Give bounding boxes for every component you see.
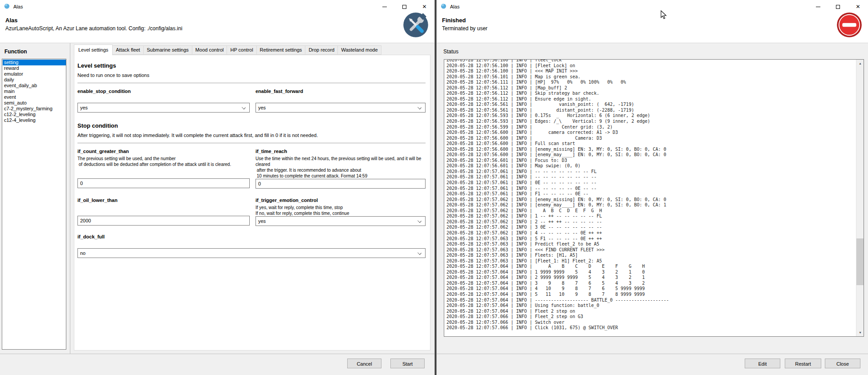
edit-button[interactable]: Edit: [745, 359, 780, 368]
log-line: 2020-05-28 12:07:56.100 | INFO | fleet_l…: [446, 59, 855, 63]
status-header: Finished Terminated by user: [437, 13, 868, 43]
settings-tab[interactable]: Wasteland mode: [338, 45, 381, 55]
log-line: 2020-05-28 12:07:57.064 | INFO | Fleet 2…: [446, 309, 855, 315]
log-line: 2020-05-28 12:07:56.112 | INFO | [Map_bu…: [446, 85, 855, 91]
log-line: 2020-05-28 12:07:56.561 | INFO | vanish_…: [446, 102, 855, 108]
settings-tab[interactable]: Submarine settings: [144, 45, 192, 55]
if-trigger-emotion-control-select[interactable]: yes: [256, 216, 426, 226]
log-line: 2020-05-28 12:07:57.064 | INFO | 3 9 8 7…: [446, 281, 855, 286]
log-line: 2020-05-28 12:07:57.064 | INFO | 1 9999 …: [446, 270, 855, 275]
page-subtitle: AzurLaneAutoScript, An Azur Lane automat…: [5, 25, 434, 32]
status-section-label: Status: [443, 48, 458, 55]
field-label-enable-stop-condition: enable_stop_condition: [77, 89, 250, 94]
sidebar-splitter[interactable]: [70, 43, 70, 354]
settings-tab[interactable]: Level settings: [74, 44, 113, 55]
titlebar[interactable]: Alas ✕: [0, 0, 434, 13]
log-scrollbar[interactable]: ▲ ▼: [856, 60, 864, 336]
if-time-reach-input[interactable]: [256, 179, 426, 189]
settings-tab[interactable]: HP control: [227, 45, 256, 55]
if-count-greater-than-input[interactable]: [77, 178, 250, 188]
log-line: 2020-05-28 12:07:56.593 | INFO | 0.175s …: [446, 113, 855, 119]
settings-tab[interactable]: Mood control: [192, 45, 227, 55]
page-title: Alas: [5, 13, 434, 24]
function-list-item[interactable]: reward: [3, 65, 66, 71]
alas-config-window: Alas ✕ Alas AzurLaneAutoScript, An Azur …: [0, 0, 434, 375]
close-button[interactable]: ✕: [414, 0, 434, 13]
if-dock-full-select[interactable]: no: [77, 248, 426, 258]
function-list-item[interactable]: c12-4_leveling: [3, 117, 66, 123]
settings-tab[interactable]: Drop record: [305, 45, 338, 55]
field-label-if-dock-full: if_dock_full: [77, 234, 426, 239]
section-desc-level-settings: Need to run once to save options: [77, 73, 426, 78]
field-desc-if-count-greater-than: The previous setting will be used, and t…: [77, 156, 250, 167]
log-line: 2020-05-28 12:07:56.111 | INFO | [HP] 97…: [446, 80, 855, 85]
status-body: Status 2020-05-28 12:07:56.100 | INFO | …: [437, 43, 868, 354]
tools-icon: [403, 12, 429, 38]
titlebar[interactable]: Alas ✕: [437, 0, 868, 13]
mouse-cursor: [661, 10, 667, 21]
enable-fast-forward-select[interactable]: yes: [256, 103, 426, 113]
function-list-item[interactable]: daily: [3, 77, 66, 83]
section-desc-stop-condition: After triggering, it will not stop immed…: [77, 133, 426, 138]
log-line: 2020-05-28 12:07:56.600 | INFO | Camera:…: [446, 136, 855, 141]
function-list-item[interactable]: setting: [3, 60, 66, 65]
log-line: 2020-05-28 12:07:56.100 | INFO | [Fleet_…: [446, 63, 855, 69]
window-title: Alas: [13, 4, 23, 9]
if-oil-lower-than-input[interactable]: [77, 216, 250, 226]
log-line: 2020-05-28 12:07:57.062 | INFO | A B C D…: [446, 208, 855, 214]
close-button[interactable]: ✕: [848, 0, 868, 13]
log-line: 2020-05-28 12:07:57.062 | INFO | [enemy_…: [446, 202, 855, 208]
enable-stop-condition-select[interactable]: yes: [77, 103, 250, 113]
log-line: 2020-05-28 12:07:57.066 | INFO | Click (…: [446, 325, 855, 331]
function-list-label: Function: [4, 48, 27, 55]
scroll-down-icon[interactable]: ▼: [856, 329, 864, 336]
log-output: 2020-05-28 12:07:56.100 | INFO | fleet_l…: [446, 59, 855, 331]
field-label-if-trigger-emotion-control: if_trigger_emotion_control: [256, 198, 426, 203]
log-line: 2020-05-28 12:07:57.063 | INFO | Fleets:…: [446, 253, 855, 258]
log-line: 2020-05-28 12:07:57.062 | INFO | 2 -- ++…: [446, 219, 855, 225]
window-title: Alas: [450, 4, 459, 9]
function-list-item[interactable]: main: [3, 89, 66, 94]
log-line: 2020-05-28 12:07:57.062 | INFO | 4 -- --…: [446, 230, 855, 236]
desktop: Alas ✕ Alas AzurLaneAutoScript, An Azur …: [0, 0, 868, 375]
minimize-button[interactable]: [808, 0, 828, 13]
log-line: 2020-05-28 12:07:56.112 | INFO | Ensure …: [446, 97, 855, 102]
log-line: 2020-05-28 12:07:57.066 | INFO | Fleet_2…: [446, 314, 855, 320]
scroll-up-icon[interactable]: ▲: [856, 60, 864, 67]
maximize-button[interactable]: [394, 0, 414, 13]
scrollbar-thumb[interactable]: [856, 238, 864, 285]
function-list-item[interactable]: c7-2_mystery_farming: [3, 106, 66, 112]
function-list-item[interactable]: c12-2_leveling: [3, 112, 66, 117]
log-line: 2020-05-28 12:07:57.064 | INFO | -------…: [446, 298, 855, 303]
function-list-item[interactable]: emulator: [3, 71, 66, 77]
settings-tab[interactable]: Retirement settings: [257, 45, 306, 55]
log-line: 2020-05-28 12:07:57.061 | INFO | -- -- -…: [446, 169, 855, 175]
start-button[interactable]: Start: [390, 359, 425, 368]
function-list-item[interactable]: semi_auto: [3, 100, 66, 106]
minimize-button[interactable]: [374, 0, 394, 13]
stop-icon: [836, 12, 862, 38]
field-label-if-time-reach: if_time_reach: [256, 149, 426, 154]
settings-tabs: Level settingsAttack fleetSubmarine sett…: [74, 44, 381, 55]
field-desc-if-time-reach: Use the time within the next 24 hours, t…: [256, 156, 426, 179]
close-action-button[interactable]: Close: [825, 359, 860, 368]
restart-button[interactable]: Restart: [785, 359, 821, 368]
function-list-item[interactable]: event_daily_ab: [3, 83, 66, 89]
log-line: 2020-05-28 12:07:57.063 | INFO | [Fleet_…: [446, 258, 855, 264]
field-label-if-count-greater-than: if_count_greater_than: [77, 149, 250, 154]
app-icon: [4, 3, 10, 11]
log-line: 2020-05-28 12:07:56.101 | INFO | Map is …: [446, 74, 855, 80]
maximize-button[interactable]: [828, 0, 848, 13]
cancel-button[interactable]: Cancel: [347, 359, 381, 368]
log-line: 2020-05-28 12:07:57.061 | INFO | -- -- -…: [446, 186, 855, 192]
log-line: 2020-05-28 12:07:56.593 | INFO | Edges: …: [446, 119, 855, 125]
maximize-icon: [836, 5, 840, 9]
alas-status-window: Alas ✕ Finished Terminated by user Statu…: [437, 0, 868, 375]
function-list-item[interactable]: event: [3, 94, 66, 100]
status-title: Finished: [442, 13, 868, 24]
log-line: 2020-05-28 12:07:56.600 | INFO | [enemy_…: [446, 147, 855, 153]
log-line: 2020-05-28 12:07:57.064 | INFO | 2 9999 …: [446, 275, 855, 281]
settings-tab[interactable]: Attack fleet: [113, 45, 143, 55]
log-line: 2020-05-28 12:07:57.061 | INFO | F1 -- -…: [446, 191, 855, 197]
log-line: 2020-05-28 12:07:57.061 | INFO | -- -- -…: [446, 174, 855, 180]
